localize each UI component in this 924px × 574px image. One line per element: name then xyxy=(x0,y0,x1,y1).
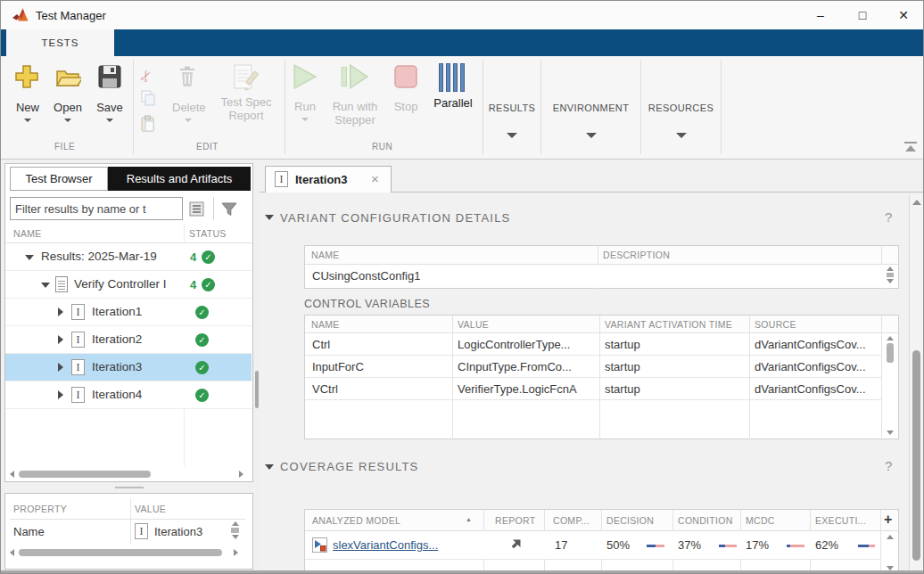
scroll-right-arrow[interactable] xyxy=(234,549,238,556)
scroll-up-arrow[interactable] xyxy=(232,521,239,526)
tree-row-label: Iteration1 xyxy=(92,305,142,318)
environment-group-button[interactable]: ENVIRONMENT xyxy=(541,60,640,154)
scroll-up-arrow[interactable] xyxy=(887,535,894,539)
config-v-scrollbar[interactable] xyxy=(882,266,898,288)
maximize-button[interactable]: □ xyxy=(849,4,876,26)
variant-section-collapse[interactable] xyxy=(265,215,274,220)
tab-results-and-artifacts[interactable]: Results and Artifacts xyxy=(108,167,251,191)
scroll-thumb[interactable] xyxy=(231,528,239,533)
run-button[interactable]: Run xyxy=(290,63,320,121)
scroll-up-arrow[interactable] xyxy=(912,200,921,205)
cov-col-mcdc[interactable]: MCDC xyxy=(746,515,775,526)
resources-group-button[interactable]: RESOURCES xyxy=(641,60,721,154)
group-divider xyxy=(133,60,134,154)
collapse-caret-icon[interactable] xyxy=(58,390,63,399)
property-v-scrollbar[interactable] xyxy=(227,520,243,545)
scroll-up-arrow[interactable] xyxy=(887,336,894,340)
collapse-toolstrip-button[interactable] xyxy=(903,142,918,152)
control-row[interactable]: InputForC CInputType.FromCo... startup d… xyxy=(305,356,881,378)
scroll-right-arrow[interactable] xyxy=(239,471,243,478)
horizontal-splitter-handle[interactable] xyxy=(115,487,144,488)
copy-icon[interactable] xyxy=(141,90,156,106)
results-group-button[interactable]: RESULTS xyxy=(483,60,540,154)
expand-caret-icon[interactable] xyxy=(25,255,34,260)
coverage-row[interactable]: slexVariantConfigs... 17 50% 37% 17% 62% xyxy=(305,531,880,560)
control-v-scrollbar[interactable] xyxy=(882,333,898,439)
tab-tests[interactable]: TESTS xyxy=(6,29,114,56)
scroll-thumb[interactable] xyxy=(912,350,920,561)
coverage-help-icon[interactable]: ? xyxy=(885,458,892,473)
main-v-scrollbar[interactable] xyxy=(909,195,923,571)
tree-row-iteration4[interactable]: I Iteration4 ✓ xyxy=(5,381,252,409)
collapse-caret-icon[interactable] xyxy=(58,308,63,316)
scroll-up-arrow[interactable] xyxy=(887,266,894,271)
config-row[interactable]: CUsingConstConfig1 xyxy=(305,265,898,288)
save-floppy-icon xyxy=(97,63,122,90)
cov-col-decision[interactable]: DECISION xyxy=(606,515,654,526)
tree-row-iteration2[interactable]: I Iteration2 ✓ xyxy=(5,326,252,354)
coverage-section-collapse[interactable] xyxy=(265,464,274,470)
collapse-caret-icon[interactable] xyxy=(58,363,63,372)
scroll-left-arrow[interactable] xyxy=(10,471,14,478)
condition-cell: 37% xyxy=(678,538,701,552)
cov-col-complexity[interactable]: COMP... xyxy=(553,515,590,526)
tab-close-icon[interactable]: × xyxy=(371,171,379,186)
property-h-scrollbar[interactable] xyxy=(8,546,242,559)
test-spec-label-1: Test Spec xyxy=(215,95,277,109)
results-list-view-button[interactable] xyxy=(186,199,207,219)
test-spec-report-button[interactable]: Test Spec Report xyxy=(215,63,277,122)
title-bar: Test Manager – □ ✕ xyxy=(1,1,924,29)
collapse-caret-icon[interactable] xyxy=(58,335,63,344)
property-row-name[interactable]: Name I Iteration3 xyxy=(10,520,245,545)
add-column-button[interactable]: + xyxy=(884,512,892,528)
cov-col-execution[interactable]: EXECUTI... xyxy=(815,515,866,526)
open-report-arrow-icon[interactable] xyxy=(508,538,522,552)
stop-button[interactable]: Stop xyxy=(392,63,420,113)
filter-results-input[interactable] xyxy=(10,197,183,220)
col-property: PROPERTY xyxy=(13,504,67,514)
tab-iteration3[interactable]: I Iteration3 × xyxy=(265,166,392,193)
variant-help-icon[interactable]: ? xyxy=(885,209,892,225)
run-with-stepper-button[interactable]: Run with Stepper xyxy=(327,63,383,127)
cov-col-report[interactable]: REPORT xyxy=(495,515,535,526)
paste-icon[interactable] xyxy=(140,115,156,133)
save-dropdown-caret[interactable] xyxy=(106,119,113,122)
tree-row-results[interactable]: Results: 2025-Mar-19 4 ✓ xyxy=(5,243,252,271)
scroll-thumb[interactable] xyxy=(887,343,894,363)
execution-cell: 62% xyxy=(815,538,838,552)
expand-caret-icon[interactable] xyxy=(41,283,50,288)
control-col-activation: VARIANT ACTIVATION TIME xyxy=(605,319,732,330)
scroll-down-arrow[interactable] xyxy=(232,535,239,539)
vertical-splitter-handle[interactable] xyxy=(255,371,259,408)
save-button[interactable]: Save xyxy=(92,63,128,122)
tree-row-iteration1[interactable]: I Iteration1 ✓ xyxy=(5,299,252,326)
open-dropdown-caret[interactable] xyxy=(64,119,71,122)
parallel-button[interactable]: Parallel xyxy=(431,63,475,110)
new-dropdown-caret[interactable] xyxy=(24,119,31,122)
sort-ascending-icon[interactable]: ▲ xyxy=(466,516,472,522)
tab-test-browser[interactable]: Test Browser xyxy=(10,167,108,191)
scroll-thumb[interactable] xyxy=(19,549,222,556)
cell-source: dVariantConfigsCov... xyxy=(755,382,879,396)
control-row[interactable]: VCtrl VerifierType.LogicFcnA startup dVa… xyxy=(305,378,881,400)
scroll-down-arrow[interactable] xyxy=(887,279,894,283)
environment-dropdown-caret xyxy=(586,133,597,138)
control-row[interactable]: Ctrl LogicControllerType... startup dVar… xyxy=(305,333,881,356)
tree-row-verify-controller[interactable]: Verify Controller I 4 ✓ xyxy=(5,271,252,299)
delete-button[interactable]: Delete xyxy=(172,65,204,122)
filter-button[interactable] xyxy=(219,199,239,219)
cov-col-model[interactable]: ANALYZED MODEL xyxy=(312,515,400,526)
cov-col-condition[interactable]: CONDITION xyxy=(678,515,733,526)
open-button[interactable]: Open xyxy=(49,63,87,122)
minimize-button[interactable]: – xyxy=(807,4,834,26)
tree-h-scrollbar[interactable] xyxy=(8,468,247,480)
new-button[interactable]: New xyxy=(10,63,45,122)
tree-row-iteration3-selected[interactable]: I Iteration3 ✓ xyxy=(5,354,252,381)
coverage-v-scrollbar[interactable] xyxy=(882,533,898,574)
scroll-thumb[interactable] xyxy=(19,471,151,478)
scroll-left-arrow[interactable] xyxy=(10,549,14,556)
analyzed-model-link[interactable]: slexVariantConfigs... xyxy=(333,538,438,552)
scroll-thumb[interactable] xyxy=(887,273,894,277)
scroll-down-arrow[interactable] xyxy=(887,430,894,435)
close-button[interactable]: ✕ xyxy=(890,4,917,26)
